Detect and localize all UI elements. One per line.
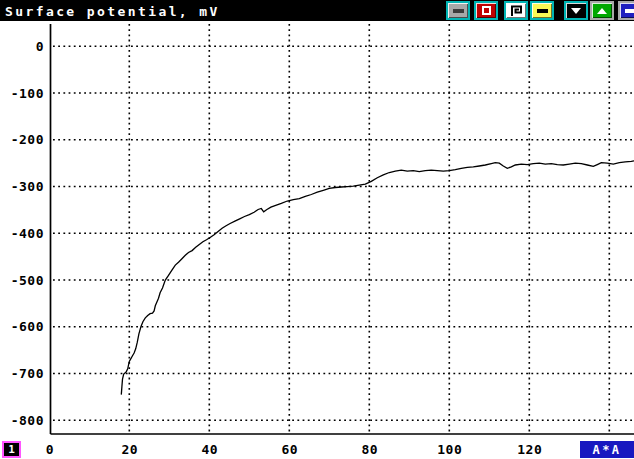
data-curve: [121, 161, 634, 395]
y-tick-label: -100: [11, 86, 44, 101]
x-tick-label: 20: [121, 442, 138, 457]
y-tick-label: -300: [11, 179, 44, 194]
page-number-badge[interactable]: 1: [2, 441, 21, 458]
y-tick-label: 0: [36, 39, 44, 54]
y-tick-label: -500: [11, 273, 44, 288]
y-tick-label: -800: [11, 413, 44, 428]
axis-mode-box[interactable]: A*A: [580, 441, 634, 458]
axis-mode-label: A*A: [592, 443, 621, 457]
page-number-label: 1: [8, 443, 15, 456]
y-tick-label: -400: [11, 226, 44, 241]
y-tick-label: -600: [11, 319, 44, 334]
y-tick-label: -200: [11, 132, 44, 147]
x-tick-label: 100: [437, 442, 462, 457]
x-tick-label: 40: [201, 442, 218, 457]
x-tick-label: 60: [281, 442, 298, 457]
chart-plot-area: 0-100-200-300-400-500-600-700-8000204060…: [0, 0, 634, 459]
y-tick-label: -700: [11, 366, 44, 381]
x-tick-label: 80: [361, 442, 378, 457]
x-tick-label: 0: [46, 442, 54, 457]
x-tick-label: 120: [517, 442, 542, 457]
